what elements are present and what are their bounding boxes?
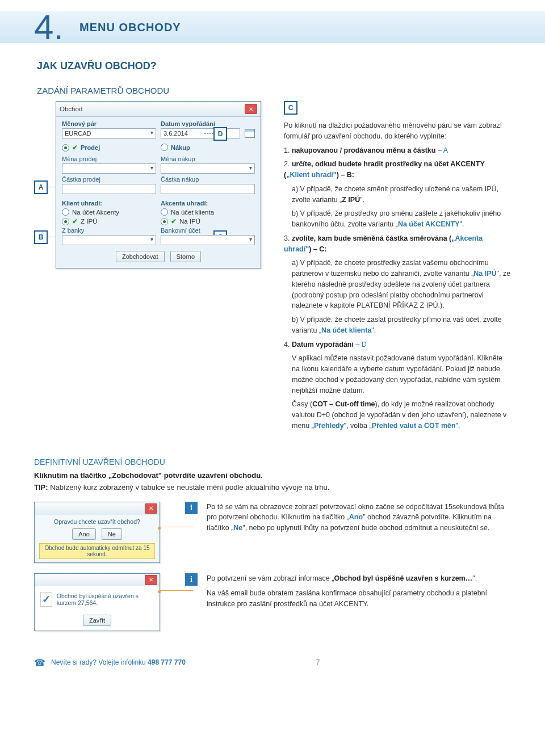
step1: 1. nakupovanou / prodávanou měnu a částk… <box>284 145 511 156</box>
callout-a: A <box>34 180 48 194</box>
check-icon: ✓ <box>40 592 52 607</box>
success-thumb: ✕ ✓ Obchod byl úspěšně uzavřen s kurzem … <box>34 573 176 631</box>
leader-line-1 <box>159 527 193 527</box>
chapter-number: 4. <box>34 7 64 47</box>
z-banky-label: Z banky <box>62 227 156 234</box>
z-ipu-radio[interactable]: ✔Z IPÚ <box>62 217 156 225</box>
na-ipu-radio[interactable]: ✔Na IPÚ <box>161 217 255 225</box>
callout-d-line <box>204 133 213 134</box>
step2a: a) V případě, že chcete směnit prostředk… <box>292 184 511 205</box>
page-number: 7 <box>316 658 320 666</box>
mena-nakup-label: Měna nákup <box>161 156 255 162</box>
calendar-icon[interactable] <box>245 129 255 138</box>
page-subtitle: JAK UZAVŘU OBCHOD? <box>37 60 511 72</box>
phone-icon: ☎ <box>34 657 45 668</box>
success-close-button[interactable]: Zavřít <box>83 615 111 626</box>
step3b: b) V případě, že chcete zaslat prostředk… <box>292 314 511 336</box>
dialog-column: A B C D Obchod ✕ Měnový pár <box>34 101 267 435</box>
confirm-yes-button[interactable]: Ano <box>72 528 96 540</box>
success-close-icon[interactable]: ✕ <box>145 575 157 585</box>
step4: 4. Datum vypořádání – D <box>284 339 511 350</box>
page-title: MENU OBCHODY <box>79 21 181 34</box>
castka-nakup-label: Částka nákup <box>161 176 255 183</box>
footer: ☎ Nevíte si rady? Volejte infolinku 498 … <box>34 650 511 668</box>
storno-button[interactable]: Storno <box>170 251 201 262</box>
datum-vyporadani-label: Datum vypořádání <box>161 120 255 127</box>
leader-dot-1 <box>158 527 161 530</box>
nakup-radio[interactable]: Nákup <box>161 144 255 151</box>
success-dialog: ✕ ✓ Obchod byl úspěšně uzavřen s kurzem … <box>34 573 160 631</box>
castka-prodej-input[interactable] <box>62 184 156 194</box>
step2b: b) V případě, že prostředky pro směnu za… <box>292 208 511 230</box>
step4-body-a: V aplikaci můžete nastavit požadované da… <box>292 353 511 396</box>
info2-text: Po potvrzení se vám zobrazí informace „O… <box>207 573 511 610</box>
section-title-1: ZADÁNÍ PARAMETRŮ OBCHODU <box>37 86 511 95</box>
confirm-thumb: ✕ Opravdu chcete uzavřít obchod? Ano Ne … <box>34 502 176 563</box>
akcenta-uhradi-label: Akcenta uhradí: <box>161 200 255 207</box>
close-icon[interactable]: ✕ <box>245 104 257 114</box>
step3a: a) V případě, že chcete prostředky zasla… <box>292 258 511 311</box>
na-ucet-klienta-radio[interactable]: Na účet klienta <box>161 208 255 216</box>
step2: 2. určíte, odkud budete hradit prostředk… <box>284 159 511 180</box>
section-title-2: DEFINITIVNÍ UZAVŘENÍ OBCHODU <box>34 457 511 467</box>
footer-text: Nevíte si rady? Volejte infolinku 498 77… <box>51 658 186 666</box>
info1-text: Po té se vám na obrazovce zobrazí potvrz… <box>207 502 511 534</box>
step3: 3. zvolíte, kam bude směněná částka směr… <box>284 233 511 255</box>
confirm-close-icon[interactable]: ✕ <box>145 503 157 514</box>
confirm-no-button[interactable]: Ne <box>102 528 122 540</box>
intro-text: Po kliknutí na dlaždici požadovaného měn… <box>284 120 511 142</box>
klient-uhradi-label: Klient uhradí: <box>62 200 156 207</box>
bankovni-ucet-label: Bankovní účet <box>161 227 255 234</box>
obchod-dialog-title: Obchod <box>60 106 82 112</box>
castka-prodej-label: Částka prodej <box>62 176 156 183</box>
castka-nakup-input[interactable] <box>161 184 255 194</box>
def-line1: Kliknutím na tlačítko „Zobchodovat" potv… <box>34 471 511 480</box>
confirm-dialog: ✕ Opravdu chcete uzavřít obchod? Ano Ne … <box>34 502 160 563</box>
callout-a-line <box>48 187 56 187</box>
callout-d: D <box>213 127 227 141</box>
callout-b-line <box>48 237 56 237</box>
z-banky-select[interactable] <box>62 235 156 245</box>
callout-b: B <box>34 230 48 244</box>
success-msg: Obchod byl úspěšně uzavřen s kurzem 27,5… <box>57 593 154 606</box>
info-icon: i <box>185 502 198 514</box>
step4-body-b: Časy (COT – Cut-off time), do kdy je mož… <box>292 399 511 431</box>
zobchodovat-button[interactable]: Zobchodovat <box>116 251 165 262</box>
info-icon-2: i <box>185 573 198 586</box>
page-banner: 4. MENU OBCHODY <box>0 11 545 43</box>
leader-line-2 <box>159 590 193 591</box>
obchod-dialog: Obchod ✕ Měnový pár EURCAD Datum vypořád… <box>56 101 261 268</box>
leader-dot-2 <box>158 590 161 593</box>
prodej-radio[interactable]: ✔Prodej <box>62 144 156 152</box>
obchod-dialog-titlebar: Obchod ✕ <box>56 102 261 117</box>
confirm-countdown: Obchod bude automaticky odmítnut za 15 s… <box>39 543 155 559</box>
menovy-par-label: Měnový pár <box>62 120 156 127</box>
na-ucet-akcenty-radio[interactable]: Na účet Akcenty <box>62 208 156 216</box>
explanation-column: C Po kliknutí na dlaždici požadovaného m… <box>284 101 511 435</box>
mena-prodej-label: Měna prodej <box>62 156 156 162</box>
bankovni-ucet-select[interactable] <box>161 235 255 245</box>
mena-prodej-select[interactable] <box>62 163 156 174</box>
mena-nakup-select[interactable] <box>161 163 255 174</box>
def-tip: TIP: Nabízený kurz zobrazený v tabulce s… <box>34 483 511 492</box>
datum-vyporadani-input[interactable]: 3.6.2014 <box>161 128 240 138</box>
menovy-par-select[interactable]: EURCAD <box>62 128 156 138</box>
callout-c-top: C <box>284 101 297 115</box>
confirm-question: Opravdu chcete uzavřít obchod? <box>39 518 155 525</box>
